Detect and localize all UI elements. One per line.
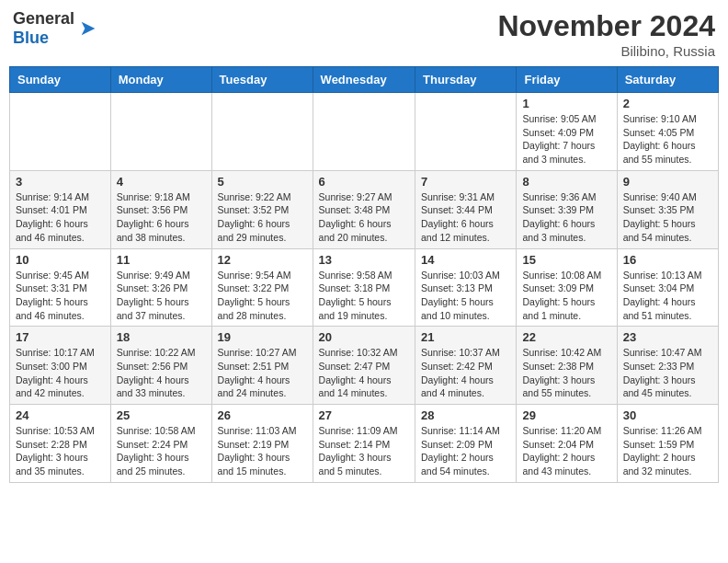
day-cell: 20Sunrise: 10:32 AM Sunset: 2:47 PM Dayl… bbox=[313, 327, 415, 405]
day-cell: 24Sunrise: 10:53 AM Sunset: 2:28 PM Dayl… bbox=[10, 405, 111, 483]
day-info: Sunrise: 9:18 AM Sunset: 3:56 PM Dayligh… bbox=[117, 190, 206, 245]
day-cell bbox=[110, 93, 211, 171]
svg-marker-0 bbox=[82, 22, 96, 36]
day-cell bbox=[10, 93, 111, 171]
day-info: Sunrise: 10:27 AM Sunset: 2:51 PM Daylig… bbox=[218, 346, 307, 400]
day-number: 7 bbox=[421, 175, 510, 189]
title-section: November 2024 Bilibino, Russia bbox=[497, 9, 715, 59]
day-cell: 6Sunrise: 9:27 AM Sunset: 3:48 PM Daylig… bbox=[313, 170, 415, 248]
day-info: Sunrise: 9:05 AM Sunset: 4:09 PM Dayligh… bbox=[522, 112, 610, 167]
day-cell: 29Sunrise: 11:20 AM Sunset: 2:04 PM Dayl… bbox=[517, 405, 617, 483]
week-row-3: 10Sunrise: 9:45 AM Sunset: 3:31 PM Dayli… bbox=[10, 248, 719, 327]
day-info: Sunrise: 9:10 AM Sunset: 4:05 PM Dayligh… bbox=[623, 112, 712, 167]
day-number: 22 bbox=[522, 330, 610, 344]
day-cell bbox=[211, 93, 313, 171]
day-info: Sunrise: 10:42 AM Sunset: 2:38 PM Daylig… bbox=[522, 346, 610, 400]
day-cell: 5Sunrise: 9:22 AM Sunset: 3:52 PM Daylig… bbox=[211, 170, 313, 248]
day-info: Sunrise: 10:47 AM Sunset: 2:33 PM Daylig… bbox=[623, 346, 712, 400]
weekday-header-wednesday: Wednesday bbox=[313, 67, 415, 93]
day-cell: 10Sunrise: 9:45 AM Sunset: 3:31 PM Dayli… bbox=[10, 248, 111, 327]
day-cell: 2Sunrise: 9:10 AM Sunset: 4:05 PM Daylig… bbox=[617, 93, 718, 171]
day-number: 1 bbox=[522, 97, 610, 110]
day-cell: 12Sunrise: 9:54 AM Sunset: 3:22 PM Dayli… bbox=[211, 248, 313, 327]
day-number: 30 bbox=[623, 408, 712, 422]
day-number: 15 bbox=[522, 253, 610, 267]
day-info: Sunrise: 10:37 AM Sunset: 2:42 PM Daylig… bbox=[421, 346, 510, 400]
day-number: 27 bbox=[319, 408, 409, 422]
day-cell bbox=[313, 93, 415, 171]
day-info: Sunrise: 9:49 AM Sunset: 3:26 PM Dayligh… bbox=[117, 269, 206, 323]
day-info: Sunrise: 11:09 AM Sunset: 2:14 PM Daylig… bbox=[319, 424, 409, 478]
week-row-1: 1Sunrise: 9:05 AM Sunset: 4:09 PM Daylig… bbox=[10, 93, 719, 171]
day-cell: 21Sunrise: 10:37 AM Sunset: 2:42 PM Dayl… bbox=[415, 327, 517, 405]
day-info: Sunrise: 9:40 AM Sunset: 3:35 PM Dayligh… bbox=[623, 190, 712, 245]
day-number: 23 bbox=[623, 330, 712, 344]
day-info: Sunrise: 11:26 AM Sunset: 1:59 PM Daylig… bbox=[623, 424, 712, 478]
week-row-4: 17Sunrise: 10:17 AM Sunset: 3:00 PM Dayl… bbox=[10, 327, 719, 405]
day-number: 12 bbox=[218, 253, 307, 267]
day-info: Sunrise: 10:53 AM Sunset: 2:28 PM Daylig… bbox=[16, 424, 105, 478]
day-number: 4 bbox=[117, 175, 206, 189]
day-cell: 18Sunrise: 10:22 AM Sunset: 2:56 PM Dayl… bbox=[110, 327, 211, 405]
day-cell: 16Sunrise: 10:13 AM Sunset: 3:04 PM Dayl… bbox=[617, 248, 718, 327]
day-number: 14 bbox=[421, 253, 510, 267]
weekday-header-friday: Friday bbox=[517, 67, 617, 93]
logo-arrow-icon bbox=[78, 18, 98, 39]
day-cell: 8Sunrise: 9:36 AM Sunset: 3:39 PM Daylig… bbox=[517, 170, 617, 248]
day-number: 25 bbox=[117, 408, 206, 422]
weekday-header-saturday: Saturday bbox=[617, 67, 718, 93]
day-info: Sunrise: 9:54 AM Sunset: 3:22 PM Dayligh… bbox=[218, 269, 307, 323]
week-row-5: 24Sunrise: 10:53 AM Sunset: 2:28 PM Dayl… bbox=[10, 405, 719, 483]
day-number: 9 bbox=[623, 175, 712, 189]
day-number: 19 bbox=[218, 330, 307, 344]
month-title: November 2024 bbox=[497, 9, 715, 43]
day-number: 11 bbox=[117, 253, 206, 267]
day-number: 24 bbox=[16, 408, 105, 422]
page-header: General Blue November 2024 Bilibino, Rus… bbox=[9, 9, 719, 59]
day-cell: 19Sunrise: 10:27 AM Sunset: 2:51 PM Dayl… bbox=[211, 327, 313, 405]
day-info: Sunrise: 9:45 AM Sunset: 3:31 PM Dayligh… bbox=[16, 269, 105, 323]
day-info: Sunrise: 10:32 AM Sunset: 2:47 PM Daylig… bbox=[319, 346, 409, 400]
day-info: Sunrise: 11:14 AM Sunset: 2:09 PM Daylig… bbox=[421, 424, 510, 478]
day-cell bbox=[415, 93, 517, 171]
day-cell: 7Sunrise: 9:31 AM Sunset: 3:44 PM Daylig… bbox=[415, 170, 517, 248]
day-info: Sunrise: 11:20 AM Sunset: 2:04 PM Daylig… bbox=[522, 424, 610, 478]
logo-text: General Blue bbox=[13, 9, 74, 48]
logo-general: General bbox=[13, 9, 74, 29]
day-number: 13 bbox=[319, 253, 409, 267]
day-info: Sunrise: 9:31 AM Sunset: 3:44 PM Dayligh… bbox=[421, 190, 510, 245]
day-number: 2 bbox=[623, 97, 712, 110]
day-info: Sunrise: 11:03 AM Sunset: 2:19 PM Daylig… bbox=[218, 424, 307, 478]
day-cell: 28Sunrise: 11:14 AM Sunset: 2:09 PM Dayl… bbox=[415, 405, 517, 483]
day-info: Sunrise: 9:14 AM Sunset: 4:01 PM Dayligh… bbox=[16, 190, 105, 245]
day-cell: 27Sunrise: 11:09 AM Sunset: 2:14 PM Dayl… bbox=[313, 405, 415, 483]
day-info: Sunrise: 9:22 AM Sunset: 3:52 PM Dayligh… bbox=[218, 190, 307, 245]
day-cell: 25Sunrise: 10:58 AM Sunset: 2:24 PM Dayl… bbox=[110, 405, 211, 483]
weekday-header-row: SundayMondayTuesdayWednesdayThursdayFrid… bbox=[10, 67, 719, 93]
weekday-header-sunday: Sunday bbox=[10, 67, 111, 93]
weekday-header-tuesday: Tuesday bbox=[211, 67, 313, 93]
day-cell: 9Sunrise: 9:40 AM Sunset: 3:35 PM Daylig… bbox=[617, 170, 718, 248]
day-number: 17 bbox=[16, 330, 105, 344]
day-number: 20 bbox=[319, 330, 409, 344]
day-cell: 15Sunrise: 10:08 AM Sunset: 3:09 PM Dayl… bbox=[517, 248, 617, 327]
day-number: 26 bbox=[218, 408, 307, 422]
day-info: Sunrise: 10:17 AM Sunset: 3:00 PM Daylig… bbox=[16, 346, 105, 400]
day-cell: 1Sunrise: 9:05 AM Sunset: 4:09 PM Daylig… bbox=[517, 93, 617, 171]
day-number: 3 bbox=[16, 175, 105, 189]
day-number: 18 bbox=[117, 330, 206, 344]
day-number: 5 bbox=[218, 175, 307, 189]
day-cell: 17Sunrise: 10:17 AM Sunset: 3:00 PM Dayl… bbox=[10, 327, 111, 405]
day-cell: 22Sunrise: 10:42 AM Sunset: 2:38 PM Dayl… bbox=[517, 327, 617, 405]
day-number: 21 bbox=[421, 330, 510, 344]
day-cell: 14Sunrise: 10:03 AM Sunset: 3:13 PM Dayl… bbox=[415, 248, 517, 327]
day-cell: 11Sunrise: 9:49 AM Sunset: 3:26 PM Dayli… bbox=[110, 248, 211, 327]
day-cell: 26Sunrise: 11:03 AM Sunset: 2:19 PM Dayl… bbox=[211, 405, 313, 483]
day-number: 29 bbox=[522, 408, 610, 422]
day-number: 6 bbox=[319, 175, 409, 189]
day-cell: 23Sunrise: 10:47 AM Sunset: 2:33 PM Dayl… bbox=[617, 327, 718, 405]
day-info: Sunrise: 10:03 AM Sunset: 3:13 PM Daylig… bbox=[421, 269, 510, 323]
day-info: Sunrise: 10:22 AM Sunset: 2:56 PM Daylig… bbox=[117, 346, 206, 400]
day-cell: 13Sunrise: 9:58 AM Sunset: 3:18 PM Dayli… bbox=[313, 248, 415, 327]
day-info: Sunrise: 9:58 AM Sunset: 3:18 PM Dayligh… bbox=[319, 269, 409, 323]
